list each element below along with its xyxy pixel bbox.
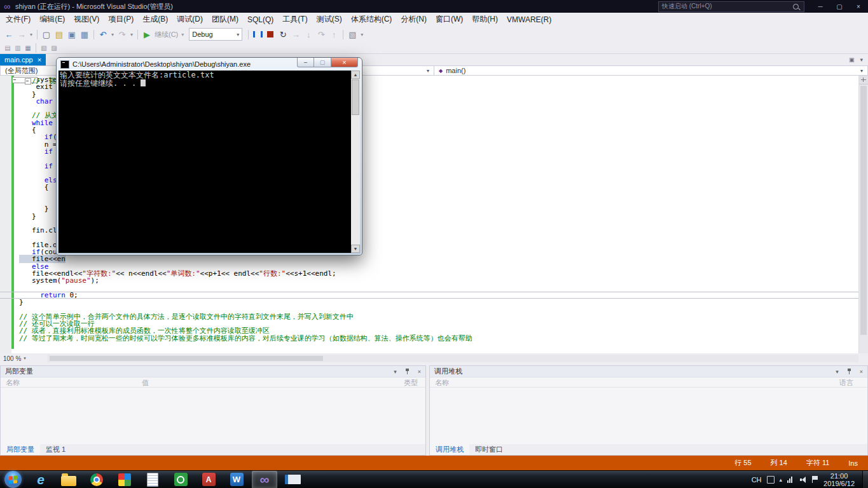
chevron-down-icon[interactable]: ▾ bbox=[128, 28, 135, 41]
open-file-icon[interactable]: ▤ bbox=[53, 28, 65, 41]
stop-icon[interactable] bbox=[264, 28, 277, 41]
undo-icon[interactable]: ↶ bbox=[97, 28, 109, 41]
menu-item-14[interactable]: 帮助(H) bbox=[467, 14, 502, 25]
chevron-down-icon[interactable]: ▾ bbox=[860, 57, 863, 63]
green-app-icon[interactable] bbox=[168, 471, 193, 488]
pause-icon[interactable] bbox=[251, 28, 264, 41]
scrollbar-thumb[interactable] bbox=[860, 86, 867, 335]
step-over-icon[interactable]: ↷ bbox=[315, 28, 327, 41]
column-header[interactable]: 语言 bbox=[839, 378, 853, 388]
pin-icon[interactable] bbox=[847, 369, 851, 374]
panel-tab-2[interactable]: 监视 1 bbox=[40, 444, 71, 455]
window-list-icon[interactable]: ▣ bbox=[849, 57, 855, 63]
menu-item-9[interactable]: 工具(T) bbox=[278, 14, 312, 25]
pdf-reader-icon[interactable]: A bbox=[196, 471, 221, 488]
close-icon[interactable]: × bbox=[38, 57, 41, 64]
explorer-folder-icon[interactable] bbox=[56, 471, 81, 488]
menu-item-10[interactable]: 测试(S) bbox=[312, 14, 347, 25]
taskbar-clock[interactable]: 21:00 2019/6/12 bbox=[823, 472, 855, 487]
quick-launch-input[interactable]: 快速启动 (Ctrl+Q) bbox=[658, 1, 804, 12]
tab-main-cpp[interactable]: main.cpp × bbox=[0, 54, 46, 65]
vertical-scrollbar[interactable] bbox=[858, 76, 868, 353]
network-icon[interactable] bbox=[787, 477, 795, 483]
panel-tab-1[interactable]: 调用堆栈 bbox=[430, 444, 469, 455]
restart-icon[interactable]: ↻ bbox=[277, 28, 289, 41]
column-header[interactable]: 类型 bbox=[404, 378, 418, 388]
ime-icon[interactable] bbox=[767, 476, 775, 484]
window-position-icon[interactable]: ▾ bbox=[836, 369, 839, 375]
scroll-down-icon[interactable]: ▼ bbox=[351, 245, 360, 253]
menu-item-13[interactable]: 窗口(W) bbox=[431, 14, 467, 25]
maximize-button[interactable]: ▢ bbox=[830, 0, 849, 13]
menu-item-4[interactable]: 项目(P) bbox=[104, 14, 138, 25]
locals-panel-header[interactable]: 局部变量 ▾ × bbox=[1, 366, 425, 377]
menu-item-7[interactable]: 团队(M) bbox=[207, 14, 243, 25]
close-button[interactable]: × bbox=[331, 58, 358, 67]
menu-item-15[interactable]: VMWARE(R) bbox=[502, 15, 556, 24]
callstack-panel-body[interactable] bbox=[430, 388, 867, 444]
menu-item-11[interactable]: 体系结构(C) bbox=[347, 14, 397, 25]
nav-back-icon[interactable]: ← bbox=[3, 28, 15, 41]
action-center-flag-icon[interactable] bbox=[812, 476, 818, 483]
solution-config-combo[interactable]: Debug▾ bbox=[189, 28, 242, 41]
bookmark-icon[interactable]: ▥ bbox=[13, 44, 23, 53]
sync-namespace-icon[interactable]: ▧ bbox=[39, 44, 49, 53]
save-all-icon[interactable]: ▦ bbox=[78, 28, 91, 41]
member-dropdown[interactable]: ◆ main() ▾ bbox=[434, 65, 868, 76]
outline-icon[interactable]: ▦ bbox=[23, 44, 33, 53]
colorful-grid-app-icon[interactable] bbox=[112, 471, 137, 488]
start-button[interactable] bbox=[4, 471, 22, 488]
menu-item-8[interactable]: SQL(Q) bbox=[243, 15, 278, 24]
show-hidden-icons-button[interactable]: ▴ bbox=[780, 477, 783, 483]
menu-item-5[interactable]: 生成(B) bbox=[138, 14, 172, 25]
word-icon[interactable]: W bbox=[224, 471, 249, 488]
new-file-icon[interactable]: ▢ bbox=[40, 28, 53, 41]
step-into-icon[interactable]: ↓ bbox=[302, 28, 315, 41]
journal-app-icon[interactable] bbox=[140, 471, 165, 488]
chevron-down-icon[interactable]: ▾ bbox=[179, 28, 186, 41]
show-desktop-button[interactable] bbox=[862, 471, 868, 488]
title-bar[interactable]: ∞ shiyan (正在运行) - Microsoft Visual Studi… bbox=[0, 0, 868, 13]
column-header[interactable]: 名称 bbox=[435, 378, 449, 388]
horizontal-scrollbar[interactable] bbox=[47, 355, 858, 362]
console-scrollbar[interactable]: ▲ ▼ bbox=[351, 71, 360, 253]
chrome-icon[interactable] bbox=[84, 471, 109, 488]
column-header[interactable]: 名称 bbox=[6, 378, 20, 388]
panel-tab-1[interactable]: 局部变量 bbox=[1, 444, 40, 455]
visual-studio-icon[interactable]: ∞ bbox=[252, 471, 277, 488]
language-indicator[interactable]: CH bbox=[752, 476, 762, 484]
locals-panel-body[interactable] bbox=[1, 388, 425, 444]
console-window[interactable]: C:\Users\Administrator\Desktop\shiyan\De… bbox=[56, 57, 362, 255]
save-icon[interactable]: ▣ bbox=[65, 28, 78, 41]
step-out-icon[interactable]: ↑ bbox=[327, 28, 340, 41]
scrollbar-thumb[interactable] bbox=[352, 79, 359, 115]
editor-split-handle[interactable] bbox=[859, 76, 868, 85]
menu-item-1[interactable]: 文件(F) bbox=[1, 14, 35, 25]
continue-icon[interactable]: ▶ bbox=[141, 28, 153, 41]
menu-item-12[interactable]: 分析(N) bbox=[396, 14, 431, 25]
redo-icon[interactable]: ↷ bbox=[116, 28, 128, 41]
column-header[interactable]: 值 bbox=[142, 378, 149, 388]
maximize-button[interactable]: ▢ bbox=[314, 58, 331, 67]
pin-icon[interactable] bbox=[405, 369, 410, 374]
window-position-icon[interactable]: ▾ bbox=[394, 369, 397, 375]
minimize-button[interactable]: – bbox=[297, 58, 314, 67]
chevron-down-icon[interactable]: ▾ bbox=[359, 28, 365, 41]
nav-forward-icon[interactable]: → bbox=[15, 28, 28, 41]
console-screen[interactable]: 输入要统计的英文文本文件名:article.txt请按任意键继续. . . ▲ … bbox=[59, 71, 360, 253]
diagnostic-tools-icon[interactable]: ▧ bbox=[346, 28, 359, 41]
close-button[interactable]: × bbox=[849, 0, 868, 13]
chevron-down-icon[interactable]: ▾ bbox=[109, 28, 116, 41]
continue-button[interactable]: 继续(C) bbox=[155, 30, 178, 39]
console-title-bar[interactable]: C:\Users\Administrator\Desktop\shiyan\De… bbox=[57, 58, 362, 71]
collapse-region-icon[interactable] bbox=[25, 78, 31, 85]
text-editor-icon[interactable]: ▤ bbox=[3, 44, 13, 53]
scroll-up-icon[interactable]: ▲ bbox=[351, 71, 360, 79]
panel-tab-2[interactable]: 即时窗口 bbox=[469, 444, 509, 455]
volume-icon[interactable] bbox=[800, 477, 807, 483]
menu-item-6[interactable]: 调试(D) bbox=[172, 14, 207, 25]
zoom-control[interactable]: 100 % ▾ bbox=[0, 353, 47, 363]
report-app-icon[interactable] bbox=[280, 471, 305, 488]
comment-icon[interactable]: ▨ bbox=[49, 44, 59, 53]
menu-item-2[interactable]: 编辑(E) bbox=[35, 14, 69, 25]
